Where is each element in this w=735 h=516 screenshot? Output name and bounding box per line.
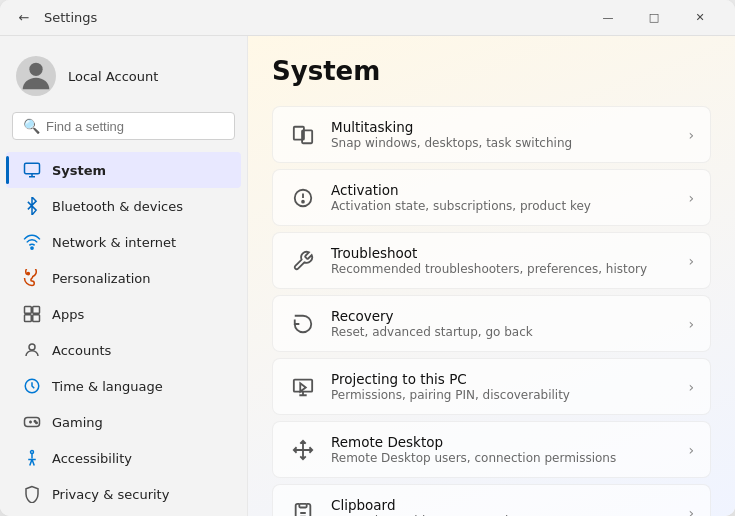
window-controls: — □ ✕ (585, 0, 723, 36)
sidebar-item-windows-update[interactable]: Windows Update (6, 512, 241, 516)
multitasking-icon (289, 121, 317, 149)
sidebar-item-time[interactable]: Time & language (6, 368, 241, 404)
bluetooth-icon (22, 196, 42, 216)
activation-desc: Activation state, subscriptions, product… (331, 199, 674, 213)
svg-rect-5 (33, 307, 40, 314)
user-name: Local Account (68, 69, 158, 84)
projecting-icon (289, 373, 317, 401)
multitasking-desc: Snap windows, desktops, task switching (331, 136, 674, 150)
settings-item-remote-desktop[interactable]: Remote Desktop Remote Desktop users, con… (272, 421, 711, 478)
sidebar-item-accessibility[interactable]: Accessibility (6, 440, 241, 476)
sidebar-item-privacy[interactable]: Privacy & security (6, 476, 241, 512)
time-icon (22, 376, 42, 396)
multitasking-title: Multitasking (331, 119, 674, 135)
projecting-desc: Permissions, pairing PIN, discoverabilit… (331, 388, 674, 402)
apps-icon (22, 304, 42, 324)
multitasking-text: Multitasking Snap windows, desktops, tas… (331, 119, 674, 150)
sidebar: Local Account 🔍 System Bluetooth & devic… (0, 36, 248, 516)
svg-rect-6 (25, 315, 32, 322)
settings-list: Multitasking Snap windows, desktops, tas… (272, 106, 711, 516)
recovery-text: Recovery Reset, advanced startup, go bac… (331, 308, 674, 339)
clipboard-icon (289, 499, 317, 517)
accessibility-icon (22, 448, 42, 468)
remote-desktop-desc: Remote Desktop users, connection permiss… (331, 451, 674, 465)
privacy-icon (22, 484, 42, 504)
system-label: System (52, 163, 106, 178)
settings-item-clipboard[interactable]: Clipboard Cut and copy history, sync, cl… (272, 484, 711, 516)
sidebar-item-gaming[interactable]: Gaming (6, 404, 241, 440)
network-label: Network & internet (52, 235, 176, 250)
avatar (16, 56, 56, 96)
settings-item-activation[interactable]: Activation Activation state, subscriptio… (272, 169, 711, 226)
clipboard-title: Clipboard (331, 497, 674, 513)
svg-point-17 (302, 200, 304, 202)
network-icon (22, 232, 42, 252)
sidebar-item-accounts[interactable]: Accounts (6, 332, 241, 368)
search-input[interactable] (46, 119, 224, 134)
projecting-text: Projecting to this PC Permissions, pairi… (331, 371, 674, 402)
chevron-icon: › (688, 505, 694, 517)
activation-title: Activation (331, 182, 674, 198)
content-area: Local Account 🔍 System Bluetooth & devic… (0, 36, 735, 516)
clipboard-text: Clipboard Cut and copy history, sync, cl… (331, 497, 674, 516)
gaming-label: Gaming (52, 415, 103, 430)
system-icon (22, 160, 42, 180)
accessibility-label: Accessibility (52, 451, 132, 466)
remote-desktop-text: Remote Desktop Remote Desktop users, con… (331, 434, 674, 465)
sidebar-item-bluetooth[interactable]: Bluetooth & devices (6, 188, 241, 224)
sidebar-item-apps[interactable]: Apps (6, 296, 241, 332)
settings-item-multitasking[interactable]: Multitasking Snap windows, desktops, tas… (272, 106, 711, 163)
svg-rect-19 (299, 503, 306, 507)
recovery-title: Recovery (331, 308, 674, 324)
chevron-icon: › (688, 379, 694, 395)
privacy-label: Privacy & security (52, 487, 169, 502)
settings-item-troubleshoot[interactable]: Troubleshoot Recommended troubleshooters… (272, 232, 711, 289)
recovery-desc: Reset, advanced startup, go back (331, 325, 674, 339)
main-content: System Multitasking Snap windows, deskto… (248, 36, 735, 516)
settings-item-recovery[interactable]: Recovery Reset, advanced startup, go bac… (272, 295, 711, 352)
troubleshoot-icon (289, 247, 317, 275)
apps-label: Apps (52, 307, 84, 322)
chevron-icon: › (688, 316, 694, 332)
settings-item-projecting[interactable]: Projecting to this PC Permissions, pairi… (272, 358, 711, 415)
svg-point-3 (27, 272, 29, 274)
svg-point-12 (36, 422, 38, 424)
svg-point-13 (31, 451, 34, 454)
chevron-icon: › (688, 190, 694, 206)
gaming-icon (22, 412, 42, 432)
svg-rect-1 (25, 163, 40, 174)
chevron-icon: › (688, 442, 694, 458)
accounts-label: Accounts (52, 343, 111, 358)
remote-desktop-title: Remote Desktop (331, 434, 674, 450)
accounts-icon (22, 340, 42, 360)
bluetooth-label: Bluetooth & devices (52, 199, 183, 214)
search-icon: 🔍 (23, 118, 40, 134)
troubleshoot-text: Troubleshoot Recommended troubleshooters… (331, 245, 674, 276)
activation-text: Activation Activation state, subscriptio… (331, 182, 674, 213)
titlebar: ← Settings — □ ✕ (0, 0, 735, 36)
sidebar-item-network[interactable]: Network & internet (6, 224, 241, 260)
minimize-button[interactable]: — (585, 0, 631, 36)
svg-rect-4 (25, 307, 32, 314)
activation-icon (289, 184, 317, 212)
chevron-icon: › (688, 253, 694, 269)
svg-rect-7 (33, 315, 40, 322)
chevron-icon: › (688, 127, 694, 143)
maximize-button[interactable]: □ (631, 0, 677, 36)
sidebar-item-personalization[interactable]: Personalization (6, 260, 241, 296)
search-box[interactable]: 🔍 (12, 112, 235, 140)
personalization-label: Personalization (52, 271, 151, 286)
projecting-title: Projecting to this PC (331, 371, 674, 387)
time-label: Time & language (52, 379, 163, 394)
remote-desktop-icon (289, 436, 317, 464)
troubleshoot-desc: Recommended troubleshooters, preferences… (331, 262, 674, 276)
close-button[interactable]: ✕ (677, 0, 723, 36)
svg-point-2 (31, 247, 33, 249)
svg-point-8 (29, 344, 35, 350)
back-button[interactable]: ← (12, 6, 36, 30)
page-title: System (272, 56, 711, 86)
recovery-icon (289, 310, 317, 338)
sidebar-item-system[interactable]: System (6, 152, 241, 188)
personalization-icon (22, 268, 42, 288)
window: ← Settings — □ ✕ Local Account 🔍 (0, 0, 735, 516)
